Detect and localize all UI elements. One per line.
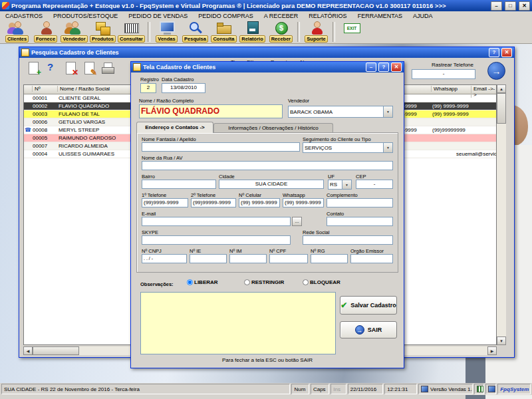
- cpf-field[interactable]: [269, 254, 308, 263]
- nome-field[interactable]: FLÁVIO QUADRADO: [139, 104, 283, 118]
- toolbar-consulta-button[interactable]: Consulta: [209, 21, 238, 43]
- phone-tracker-input[interactable]: -: [412, 69, 475, 79]
- radio-restringir[interactable]: RESTRINGIR: [244, 279, 284, 285]
- grid-icon: [477, 386, 484, 392]
- menu-ajuda[interactable]: AJUDA: [408, 13, 438, 19]
- email-field[interactable]: [142, 217, 291, 226]
- go-search-button[interactable]: →: [487, 62, 505, 80]
- radio-restringir-input[interactable]: [244, 279, 250, 285]
- toolbar-consultar-button[interactable]: Consultar: [117, 21, 146, 43]
- toolbar-fornecedor-button[interactable]: Fornece: [31, 21, 60, 43]
- save-button[interactable]: ✔ Salvar Cadastro: [340, 296, 397, 315]
- ie-field[interactable]: [190, 254, 227, 263]
- radio-bloquear-input[interactable]: [303, 279, 309, 285]
- products-icon: [93, 21, 113, 35]
- menu-pedido-compras[interactable]: PEDIDO COMPRAS: [193, 13, 259, 19]
- rua-label: Nome da Rua / AV: [142, 155, 183, 161]
- close-button[interactable]: ✕: [519, 1, 530, 11]
- toolbar-produtos-button[interactable]: Produtos: [88, 21, 117, 43]
- column-header-name[interactable]: Nome / Razão Social: [57, 86, 110, 92]
- sales-monitor-icon: [157, 21, 177, 35]
- help-search-button[interactable]: ?: [45, 61, 59, 76]
- minimize-button[interactable]: –: [491, 1, 502, 11]
- menu-pedido-vendas[interactable]: PEDIDO DE VENDAS: [123, 13, 193, 19]
- rede-social-field[interactable]: [303, 235, 393, 245]
- radio-liberar[interactable]: LIBERAR: [187, 279, 218, 285]
- cnpj-field[interactable]: . . / -: [142, 254, 187, 263]
- radio-bloquear[interactable]: BLOQUEAR: [303, 279, 340, 285]
- dialog-help-button[interactable]: ?: [378, 63, 389, 72]
- toolbar-receber-button[interactable]: $ Receber: [267, 21, 295, 43]
- vertical-scroll-thumb[interactable]: [497, 93, 506, 124]
- maximize-button[interactable]: □: [505, 1, 516, 11]
- data-cadastro-field[interactable]: 13/08/2010: [162, 83, 205, 93]
- scroll-left-button[interactable]: ◀: [23, 346, 33, 355]
- add-record-button[interactable]: +: [26, 61, 41, 76]
- telefone1-field[interactable]: (99)9999-9999: [142, 198, 188, 207]
- email-browse-button[interactable]: ...: [292, 217, 302, 226]
- print-button[interactable]: [100, 61, 115, 76]
- menu-ferramentas[interactable]: FERRAMENTAS: [352, 13, 408, 19]
- toolbar-relatorio-button[interactable]: Relatório: [238, 21, 267, 43]
- dialog-close-button[interactable]: ✕: [391, 63, 402, 72]
- search-window-titlebar[interactable]: Pesquisa Cadastro de Clientes ? ✕: [19, 47, 514, 58]
- seguimento-combobox[interactable]: SERVIÇOS ▼: [303, 142, 393, 153]
- menu-relatorios[interactable]: RELATÓRIOS: [303, 13, 352, 19]
- column-header-whatsapp[interactable]: Whatsapp: [431, 86, 458, 92]
- search-window-help-button[interactable]: ?: [489, 48, 499, 57]
- contato-field[interactable]: [327, 217, 393, 226]
- celular-field[interactable]: (99) 9999-9999: [239, 198, 280, 207]
- whatsapp-field[interactable]: (99) 9999-9999: [283, 198, 324, 207]
- cpf-label: Nº CPF: [269, 248, 286, 254]
- chevron-down-icon[interactable]: ▼: [342, 180, 351, 189]
- menu-cadastros[interactable]: CADASTROS: [0, 13, 48, 19]
- cidade-field[interactable]: SUA CIDADE: [219, 180, 324, 189]
- dialog-minimize-button[interactable]: –: [366, 63, 376, 72]
- toolbar-vendedor-button[interactable]: Vendedor: [60, 21, 88, 43]
- chevron-down-icon[interactable]: ▼: [383, 106, 392, 117]
- search-window-close-button[interactable]: ✕: [501, 48, 512, 57]
- app-icon: [2, 2, 9, 9]
- rg-field[interactable]: [311, 254, 348, 263]
- rua-field[interactable]: [142, 161, 393, 170]
- menu-produtos-estoque[interactable]: PRODUTOS/ESTOQUE: [48, 13, 123, 19]
- exit-dialog-button[interactable]: → SAIR: [340, 321, 397, 338]
- tab-endereco-contatos[interactable]: Endereço e Contatos ->: [136, 122, 213, 133]
- telefone2-field[interactable]: (99)99999-9999: [191, 198, 236, 207]
- dialog-titlebar[interactable]: Tela Cadastro de Clientes – ? ✕: [131, 62, 404, 72]
- registro-field[interactable]: 2: [140, 83, 156, 93]
- horizontal-scroll-thumb[interactable]: [33, 346, 79, 355]
- edit-record-button[interactable]: ✎: [82, 61, 96, 76]
- skype-field[interactable]: [142, 235, 291, 245]
- uf-combobox[interactable]: RS ▼: [328, 180, 352, 190]
- scroll-right-button[interactable]: ▶: [487, 346, 497, 355]
- search-icon: [186, 21, 205, 35]
- toolbar-vendas-button[interactable]: Vendas: [152, 21, 181, 43]
- im-label: Nº IM: [229, 248, 242, 254]
- scroll-up-button[interactable]: ▲: [497, 84, 506, 93]
- toolbar-pesquisa-button[interactable]: Pesquisa: [181, 21, 209, 43]
- im-field[interactable]: [229, 254, 267, 263]
- delete-record-button[interactable]: ✕: [63, 61, 78, 76]
- uf-label: UF: [328, 174, 334, 180]
- cep-field[interactable]: -: [356, 180, 393, 189]
- app-titlebar[interactable]: Programa Representação + Estoque v1.0 - …: [0, 0, 532, 11]
- status-num-lock: Num: [291, 384, 309, 394]
- search-window-title: Pesquisa Cadastro de Clientes: [31, 49, 487, 56]
- fantasia-field[interactable]: [142, 142, 300, 152]
- vendedor-combobox[interactable]: BARACK OBAMA ▼: [288, 106, 393, 118]
- chevron-down-icon[interactable]: ▼: [383, 143, 392, 152]
- scroll-down-button[interactable]: ▼: [497, 336, 506, 345]
- toolbar-clientes-button[interactable]: Clientes: [3, 21, 31, 43]
- complemento-field[interactable]: [327, 198, 393, 207]
- column-header-num[interactable]: Nº: [32, 86, 41, 92]
- vertical-scrollbar[interactable]: ▲ ▼: [497, 84, 506, 345]
- bairro-field[interactable]: [142, 180, 216, 189]
- tab-informacoes-historico[interactable]: Informações / Observações / Histórico: [213, 123, 333, 133]
- toolbar-suporte-button[interactable]: Suporte: [302, 21, 331, 43]
- observacoes-textarea[interactable]: [140, 292, 336, 354]
- menu-a-receber[interactable]: A RECEBER: [259, 13, 304, 19]
- orgao-emissor-field[interactable]: [350, 254, 393, 263]
- radio-liberar-input[interactable]: [187, 279, 193, 285]
- toolbar-exit-button[interactable]: EXIT: [337, 21, 366, 35]
